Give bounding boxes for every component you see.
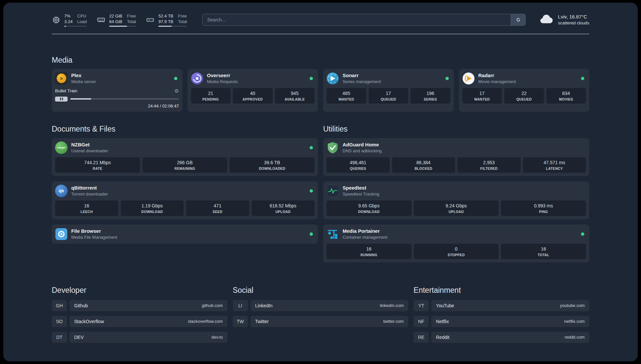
bookmark-name: Twitter — [255, 319, 269, 324]
card-portainer[interactable]: Media Portainer Container management 16 … — [323, 225, 589, 262]
bookmark-name: LinkedIn — [255, 303, 273, 308]
status-dot — [581, 77, 584, 80]
pause-icon — [60, 98, 61, 100]
app-name: Speedtest — [343, 185, 586, 191]
plex-now-playing: Bullet Train ⚙ 24:44 / 02:06:47 — [55, 88, 179, 108]
card-nzbget[interactable]: nzbget NZBGet Usenet downloader 744.21 M… — [52, 138, 318, 176]
bookmark-domain: linkedin.com — [380, 303, 404, 308]
stat-tile: 21 PENDING — [191, 88, 231, 104]
qbittorrent-icon: qb — [55, 185, 68, 197]
app-subtitle: Media File Management — [71, 235, 306, 240]
stat-value: 2,953 — [458, 160, 520, 165]
bookmark-reddit[interactable]: RE Reddit reddit.com — [413, 332, 589, 343]
search-bar[interactable]: G — [202, 14, 526, 26]
card-sonarr[interactable]: Sonarr Series management 485 WANTED 17 Q… — [323, 69, 454, 112]
cpu-load-value: 3.24 — [64, 19, 73, 24]
bookmark-abbr: TW — [233, 316, 248, 327]
bookmark-github[interactable]: GH Github github.com — [52, 300, 228, 311]
stat-label: QUERIES — [327, 167, 389, 170]
bookmark-dev[interactable]: DT DEV dev.to — [52, 332, 228, 343]
bookmark-group-entertainment: Entertainment YT YouTube youtube.com NF … — [413, 286, 589, 343]
bookmark-abbr: NF — [413, 316, 429, 327]
card-filebrowser[interactable]: File Browser Media File Management — [52, 225, 318, 244]
bookmark-abbr: RE — [413, 332, 429, 343]
card-plex[interactable]: > Plex Media server Bullet Train ⚙ 24:44… — [52, 69, 182, 112]
bookmark-stackoverflow[interactable]: SO StackOverflow stackoverflow.com — [52, 316, 228, 327]
stat-tile: 471 SEED — [186, 200, 249, 216]
stat-value: 945 — [276, 91, 314, 96]
card-adguard[interactable]: AdGuard Home DNS and adblocking 498,461 … — [323, 138, 589, 176]
stat-label: BLOCKED — [393, 167, 454, 170]
stat-label: PENDING — [192, 97, 230, 101]
stat-value: 16 — [56, 203, 117, 208]
stat-tile: 485 WANTED — [326, 88, 366, 104]
stat-label: APPROVED — [234, 97, 272, 101]
app-name: Media Portainer — [343, 228, 577, 234]
stat-value: 618.52 Mbps — [253, 203, 314, 208]
overseerr-icon — [191, 72, 203, 85]
adguard-icon — [326, 141, 339, 154]
card-overseerr[interactable]: Overseerr Media Requests 21 PENDING 40 A… — [188, 69, 318, 112]
app-name: Plex — [71, 73, 170, 78]
memory-icon — [97, 15, 106, 24]
app-subtitle: Usenet downloader — [71, 148, 306, 153]
filebrowser-icon — [55, 228, 68, 240]
app-name: NZBGet — [71, 142, 306, 147]
bookmark-abbr: LI — [233, 300, 248, 311]
card-speedtest[interactable]: Speedtest Speedtest Tracking 9.65 Gbps D… — [323, 181, 589, 219]
stat-tile: 39.6 TB DOWNLOADED — [229, 157, 315, 173]
card-radarr[interactable]: Radarr Movie management 17 WANTED 22 QUE… — [459, 69, 590, 112]
app-subtitle: Media Requests — [207, 79, 306, 84]
memory-free-label: Free — [127, 13, 136, 19]
bookmark-linkedin[interactable]: LI LinkedIn linkedin.com — [233, 300, 409, 311]
stat-tile: 9.24 Gbps UPLOAD — [414, 200, 499, 216]
bookmark-name: Github — [74, 303, 88, 308]
stat-label: LATENCY — [524, 167, 585, 170]
stat-label: STOPPED — [415, 253, 498, 257]
stat-value: 21 — [192, 91, 230, 96]
card-qbittorrent[interactable]: qb qBittorrent Torrent downloader 16 LEE… — [52, 181, 318, 219]
status-dot — [310, 146, 313, 149]
pause-button[interactable] — [55, 97, 68, 102]
stat-tile: 22 QUEUED — [504, 88, 544, 104]
bookmark-netflix[interactable]: NF Netflix netflix.com — [413, 316, 589, 327]
dashboard-content: 7% 3.24 CPU Load — [52, 3, 589, 356]
now-playing-title: Bullet Train — [55, 88, 77, 93]
stat-tile: 16 LEECH — [55, 200, 118, 216]
stat-label: AVAILABLE — [276, 97, 314, 101]
search-input[interactable] — [202, 14, 511, 25]
stat-label: TOTAL — [502, 253, 585, 257]
disk-total-value: 97.9 TB — [158, 19, 173, 24]
disk-usage-bar — [158, 26, 187, 27]
section-title-developer: Developer — [52, 286, 228, 295]
gear-icon[interactable]: ⚙ — [174, 88, 179, 94]
playback-progress-bar[interactable] — [70, 98, 179, 100]
plex-icon: > — [55, 72, 68, 85]
stat-label: WANTED — [463, 97, 501, 101]
bookmark-youtube[interactable]: YT YouTube youtube.com — [413, 300, 589, 311]
stat-value: 39.6 TB — [230, 160, 314, 165]
bookmark-abbr: SO — [52, 316, 67, 327]
stat-label: WANTED — [327, 97, 365, 101]
disk-total-label: Total — [178, 19, 187, 24]
status-dot — [445, 77, 449, 80]
stat-value: 9.24 Gbps — [415, 203, 498, 208]
stat-tile: 47.571 ms LATENCY — [523, 157, 586, 173]
stat-label: QUEUED — [505, 97, 543, 101]
memory-usage-bar-fill — [109, 26, 127, 27]
stat-tile: 17 QUEUED — [369, 88, 409, 104]
search-provider-button[interactable]: G — [511, 14, 525, 25]
stat-value: 485 — [327, 91, 365, 96]
dashboard-screen: 7% 3.24 CPU Load — [3, 3, 638, 361]
stat-label: MOVIES — [547, 97, 585, 101]
stat-tile: 40 APPROVED — [233, 88, 273, 104]
bookmark-group-developer: Developer GH Github github.com SO StackO… — [52, 286, 228, 343]
stat-value: 9.65 Gbps — [327, 203, 411, 208]
bookmark-twitter[interactable]: TW Twitter twitter.com — [233, 316, 409, 327]
stat-label: SEED — [187, 210, 248, 214]
app-subtitle: Container management — [343, 235, 577, 240]
memory-usage-bar — [109, 26, 136, 27]
cpu-label: CPU — [77, 13, 87, 19]
stat-value: 834 — [547, 91, 585, 96]
stat-value: 17 — [370, 91, 408, 96]
